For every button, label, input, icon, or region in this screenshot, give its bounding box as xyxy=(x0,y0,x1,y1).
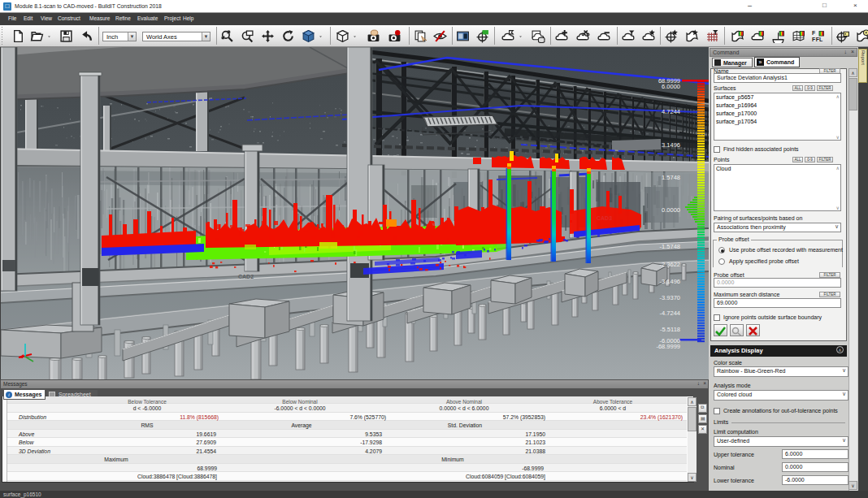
svg-text:FL: FL xyxy=(816,37,822,42)
svg-text:-68.9999: -68.9999 xyxy=(656,343,680,350)
svg-text:CAD2: CAD2 xyxy=(238,274,254,279)
svg-text:-3.9370: -3.9370 xyxy=(660,294,680,301)
svg-text:CAD3: CAD3 xyxy=(597,215,612,221)
svg-text:F: F xyxy=(812,30,815,36)
svg-text:6.0000: 6.0000 xyxy=(662,83,680,90)
svg-text:-4.7244: -4.7244 xyxy=(660,310,680,317)
svg-text:3.1496: 3.1496 xyxy=(662,141,680,149)
svg-text:-3.1496: -3.1496 xyxy=(660,278,680,285)
svg-text:-5.5118: -5.5118 xyxy=(660,326,680,333)
svg-text:4.7244: 4.7244 xyxy=(662,108,680,115)
svg-text:-2.3622: -2.3622 xyxy=(660,261,680,268)
svg-text:F: F xyxy=(812,37,815,42)
svg-text:0.0000: 0.0000 xyxy=(662,206,680,214)
svg-text:-1.5748: -1.5748 xyxy=(660,243,680,250)
svg-text:1.5748: 1.5748 xyxy=(662,174,680,181)
